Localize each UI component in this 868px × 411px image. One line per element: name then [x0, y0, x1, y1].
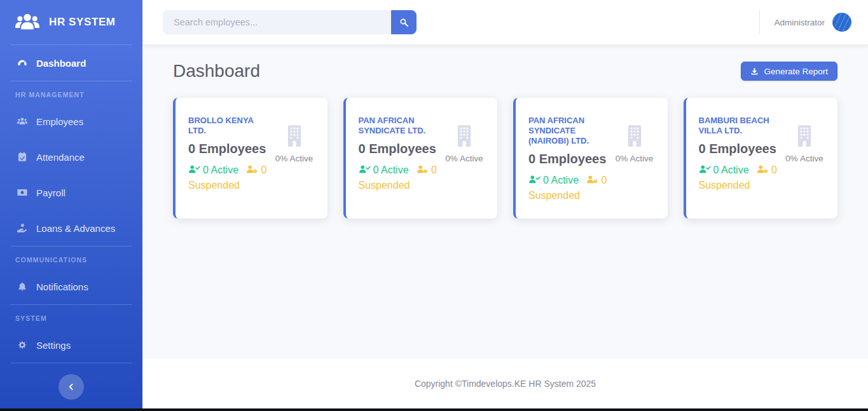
brand-title: HR SYSTEM: [49, 16, 116, 29]
employee-count: 0 Employees: [359, 141, 439, 156]
employee-count: 0 Employees: [528, 151, 609, 166]
employee-count: 0 Employees: [188, 141, 269, 156]
card-left: PAN AFRICAN SYNDICATE (NAIROBI) LTD. 0 E…: [528, 116, 609, 207]
percent-active: 0% Active: [785, 154, 823, 163]
money-bill-icon: [15, 187, 29, 198]
users-icon: [15, 116, 29, 126]
active-badge: 0 Active: [699, 165, 749, 175]
user-check-icon: [359, 165, 373, 175]
sidebar-item-loans-advances[interactable]: Loans & Advances: [0, 210, 142, 246]
company-card: BAMBURI BEACH VILLA LTD. 0 Employees 0 A…: [684, 98, 838, 219]
topbar: Administrator: [142, 0, 868, 44]
sidebar-item-label: Payroll: [36, 188, 65, 198]
sidebar-item-payroll[interactable]: Payroll: [0, 175, 142, 210]
chevron-left-icon: [67, 383, 75, 391]
gear-icon: [15, 340, 29, 350]
building-icon: [286, 125, 303, 147]
company-name: PAN AFRICAN SYNDICATE (NAIROBI) LTD.: [528, 116, 609, 146]
card-right: 0% Active: [443, 116, 486, 207]
content: Dashboard Generate Report BROLLO KENYA L…: [142, 44, 868, 359]
company-name: BROLLO KENYA LTD.: [188, 116, 269, 136]
sidebar-heading-system: SYSTEM: [0, 305, 142, 327]
search-button[interactable]: [391, 10, 417, 34]
copyright-text: Copyright ©Timdevelops.KE HR System 2025: [415, 379, 596, 389]
sidebar-heading-communications: COMMUNICATIONS: [0, 246, 142, 269]
app-window: HR SYSTEM Dashboard HR MANAGEMENT Employ…: [0, 0, 868, 408]
active-badge: 0 Active: [188, 165, 238, 175]
page-head: Dashboard Generate Report: [173, 61, 837, 81]
company-cards: BROLLO KENYA LTD. 0 Employees 0 Active 0…: [173, 98, 837, 219]
generate-report-button[interactable]: Generate Report: [741, 62, 837, 81]
company-name: PAN AFRICAN SYNDICATE LTD.: [359, 116, 439, 136]
building-icon: [626, 125, 644, 147]
user-clock-icon: [246, 165, 261, 175]
sidebar-item-label: Settings: [36, 340, 71, 350]
tachometer-icon: [15, 58, 29, 68]
sidebar-toggle-wrap: [0, 363, 142, 400]
card-badges: 0 Active 0 Suspended: [528, 173, 609, 203]
sidebar-item-label: Attendance: [36, 152, 85, 162]
main-column: Administrator Dashboard Generate Report: [142, 0, 868, 408]
card-right: 0% Active: [273, 116, 316, 207]
sidebar-item-label: Employees: [36, 117, 83, 126]
card-right: 0% Active: [613, 116, 656, 207]
company-name: BAMBURI BEACH VILLA LTD.: [699, 116, 780, 136]
users-icon: [14, 11, 41, 33]
card-left: PAN AFRICAN SYNDICATE LTD. 0 Employees 0…: [359, 116, 439, 207]
bell-icon: [15, 281, 29, 292]
topbar-right: Administrator: [759, 10, 851, 34]
user-check-icon: [699, 165, 713, 175]
active-badge: 0 Active: [359, 165, 409, 175]
user-check-icon: [528, 175, 543, 185]
avatar: [832, 13, 851, 32]
card-right: 0% Active: [783, 116, 826, 207]
card-badges: 0 Active 0 Suspended: [359, 163, 439, 193]
user-clock-icon: [757, 165, 771, 175]
sidebar: HR SYSTEM Dashboard HR MANAGEMENT Employ…: [0, 0, 142, 408]
sidebar-item-notifications[interactable]: Notifications: [0, 269, 142, 304]
employee-count: 0 Employees: [699, 141, 780, 156]
sidebar-item-label: Loans & Advances: [36, 224, 115, 233]
company-card: PAN AFRICAN SYNDICATE LTD. 0 Employees 0…: [343, 98, 498, 219]
sidebar-item-label: Notifications: [36, 282, 88, 292]
search-form: [163, 10, 417, 34]
user-menu[interactable]: Administrator: [774, 13, 851, 32]
sidebar-heading-hr-management: HR MANAGEMENT: [0, 81, 142, 104]
card-left: BAMBURI BEACH VILLA LTD. 0 Employees 0 A…: [699, 116, 780, 207]
search-icon: [399, 18, 409, 27]
percent-active: 0% Active: [445, 154, 483, 163]
hand-holding-dollar-icon: [15, 223, 29, 233]
company-card: BROLLO KENYA LTD. 0 Employees 0 Active 0…: [173, 98, 327, 219]
page-title: Dashboard: [173, 61, 260, 81]
sidebar-item-label: Dashboard: [36, 58, 86, 68]
user-clock-icon: [417, 165, 431, 175]
topbar-divider: [759, 10, 760, 34]
sidebar-item-employees[interactable]: Employees: [0, 104, 142, 139]
user-name: Administrator: [774, 18, 825, 27]
percent-active: 0% Active: [275, 154, 313, 163]
user-check-icon: [188, 165, 203, 175]
sidebar-collapse-button[interactable]: [59, 374, 84, 400]
card-badges: 0 Active 0 Suspended: [188, 163, 269, 193]
calendar-check-icon: [15, 152, 29, 162]
brand[interactable]: HR SYSTEM: [0, 0, 142, 44]
card-badges: 0 Active 0 Suspended: [699, 163, 780, 193]
window-bottom-edge: [0, 408, 868, 411]
card-left: BROLLO KENYA LTD. 0 Employees 0 Active 0…: [188, 116, 269, 207]
user-clock-icon: [586, 175, 601, 185]
download-icon: [750, 67, 759, 76]
search-input[interactable]: [163, 10, 391, 34]
sidebar-item-settings[interactable]: Settings: [0, 327, 142, 363]
footer: Copyright ©Timdevelops.KE HR System 2025: [142, 359, 868, 408]
percent-active: 0% Active: [616, 154, 653, 163]
generate-report-label: Generate Report: [764, 67, 828, 76]
active-badge: 0 Active: [528, 175, 579, 185]
company-card: PAN AFRICAN SYNDICATE (NAIROBI) LTD. 0 E…: [513, 98, 668, 219]
sidebar-item-attendance[interactable]: Attendance: [0, 139, 142, 175]
building-icon: [796, 125, 813, 147]
building-icon: [455, 125, 473, 147]
sidebar-item-dashboard[interactable]: Dashboard: [0, 45, 142, 81]
